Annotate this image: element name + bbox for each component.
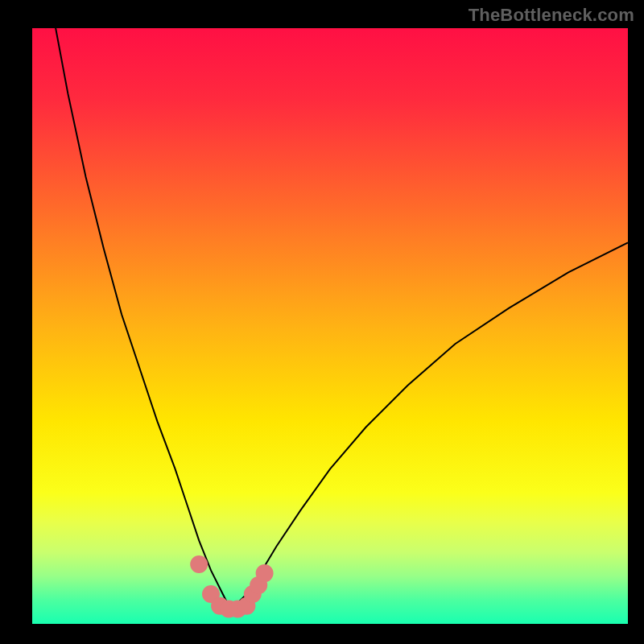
bottleneck-curve	[32, 28, 628, 606]
marker-group	[190, 555, 273, 618]
watermark-text: TheBottleneck.com	[469, 5, 634, 26]
valley-marker	[190, 555, 208, 573]
plot-svg	[32, 28, 628, 624]
chart-frame: TheBottleneck.com	[0, 0, 644, 644]
plot-area	[32, 28, 628, 624]
valley-marker	[256, 564, 274, 582]
